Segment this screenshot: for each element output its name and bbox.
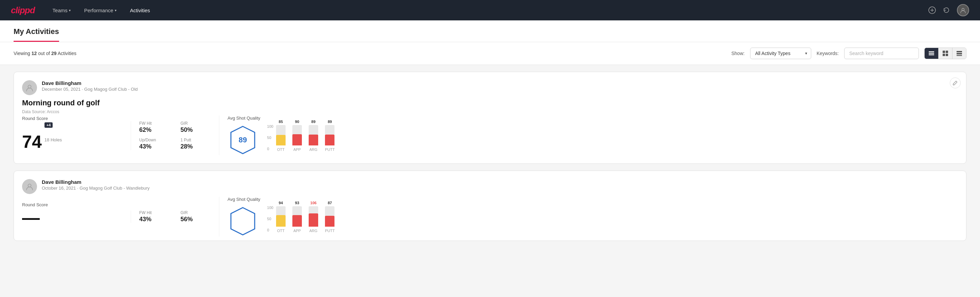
bar-group-ott: 85 OTT [276, 120, 286, 152]
round-score-section: Round Score 74 +4 18 Holes [22, 116, 131, 150]
bar-container-app [293, 125, 302, 145]
stat-fw-hit: FW Hit 62% [139, 121, 170, 134]
stat-group: FW Hit 62% GIR 50% Up/Down 43% 1 Putt 28… [139, 121, 211, 150]
stat-gir: GIR 50% [181, 121, 211, 134]
stat-fw-hit-2: FW Hit 43% [139, 210, 170, 223]
bar-fill-ott-2 [276, 215, 286, 227]
y-label-100: 100 [267, 125, 274, 128]
bar-label-arg-2: ARG [309, 229, 318, 233]
card-header-2: Dave Billingham October 16, 2021 · Gog M… [22, 179, 958, 194]
svg-point-16 [28, 184, 31, 187]
viewing-total: 29 [51, 51, 57, 56]
search-input[interactable] [844, 48, 919, 59]
activities-list: Dave Billingham December 05, 2021 · Gog … [0, 65, 980, 254]
refresh-button[interactable] [943, 6, 950, 14]
stats-section: FW Hit 62% GIR 50% Up/Down 43% 1 Putt 28… [131, 121, 219, 150]
y-label-100-2: 100 [267, 206, 274, 210]
nav-performance[interactable]: Performance ▾ [83, 8, 118, 13]
svg-point-14 [28, 85, 31, 88]
user-avatar-button[interactable] [957, 4, 969, 16]
svg-rect-12 [956, 53, 962, 54]
card-body: Round Score 74 +4 18 Holes FW Hit 62% [22, 115, 958, 155]
keywords-label: Keywords: [817, 51, 839, 56]
chart-area-2: 100 50 0 94 OTT [267, 201, 340, 233]
hex-badge-2 [228, 206, 258, 236]
hex-quality-number: 89 [239, 136, 247, 144]
bar-value-putt: 89 [328, 120, 332, 124]
nav-teams-label: Teams [52, 8, 68, 13]
filter-bar: Viewing 12 out of 29 Activities Show: Al… [0, 42, 980, 65]
navbar: clippd Teams ▾ Performance ▾ Activities [0, 0, 980, 21]
list-compact-view-button[interactable] [925, 48, 939, 59]
user-info: Dave Billingham December 05, 2021 · Gog … [42, 80, 958, 92]
add-activity-button[interactable] [928, 6, 936, 14]
logo: clippd [11, 5, 35, 16]
card-body-2: Round Score — FW Hit 43% GIR 56% [22, 197, 958, 236]
user-avatar [22, 80, 37, 95]
bar-fill-putt [325, 134, 334, 145]
stat-updown: Up/Down 43% [139, 137, 170, 150]
stat-1putt-label: 1 Putt [181, 137, 211, 142]
teams-chevron-icon: ▾ [69, 8, 71, 12]
view-toggle [924, 48, 966, 59]
user-date-2: October 16, 2021 · Gog Magog Golf Club -… [42, 185, 958, 191]
bar-group-putt: 89 PUTT [325, 120, 335, 152]
bar-value-ott: 85 [279, 120, 283, 124]
player-section-2: Round Score — [22, 202, 131, 231]
svg-rect-13 [956, 55, 962, 56]
round-score-label: Round Score [22, 116, 131, 121]
stat-fw-hit-label: FW Hit [139, 121, 170, 126]
show-label: Show: [732, 51, 745, 56]
bar-group-putt-2: 87 PUTT [325, 201, 335, 233]
bar-group-app: 90 APP [293, 120, 302, 152]
grid-view-button[interactable] [939, 48, 953, 59]
user-avatar-2 [22, 179, 37, 194]
viewing-count: 12 [32, 51, 37, 56]
stat-updown-label: Up/Down [139, 137, 170, 142]
stat-gir-2: GIR 56% [181, 210, 211, 223]
edit-button[interactable] [950, 77, 961, 88]
bar-fill-app [293, 134, 302, 145]
nav-icon-group [928, 4, 969, 16]
nav-performance-label: Performance [84, 8, 113, 13]
activity-type-select-wrapper[interactable]: All Activity Types [750, 48, 811, 59]
stat-1putt-value: 28% [181, 143, 211, 150]
data-source: Data Source: Arccos [22, 109, 958, 114]
svg-marker-17 [231, 208, 255, 235]
score-number: 74 [22, 133, 42, 150]
bar-container-arg [309, 125, 318, 145]
quality-label-2: Avg Shot Quality [228, 197, 261, 202]
stat-group-2: FW Hit 43% GIR 56% [139, 210, 211, 223]
svg-rect-5 [929, 53, 934, 54]
bar-value-arg-2: 106 [310, 201, 317, 205]
nav-activities[interactable]: Activities [129, 8, 151, 13]
y-label-0: 0 [267, 147, 274, 151]
bar-container-app-2 [293, 206, 302, 227]
svg-rect-6 [929, 54, 934, 55]
bar-chart: 85 OTT 90 [276, 120, 335, 152]
stat-updown-value: 43% [139, 143, 170, 150]
quality-left: Avg Shot Quality 89 [228, 115, 261, 155]
hex-badge: 89 [228, 125, 258, 155]
bar-value-app-2: 93 [295, 201, 299, 205]
activity-type-select[interactable]: All Activity Types [750, 48, 811, 59]
bar-label-app-2: APP [293, 229, 301, 233]
bar-container-ott [276, 125, 286, 145]
user-info-2: Dave Billingham October 16, 2021 · Gog M… [42, 179, 958, 191]
holes-label: 18 Holes [45, 137, 62, 142]
svg-rect-11 [956, 51, 962, 52]
bar-label-ott: OTT [277, 147, 285, 152]
round-score-display-2: — [22, 209, 131, 226]
score-number-2: — [22, 209, 39, 226]
y-label-50-2: 50 [267, 217, 274, 221]
chart-y-labels: 100 50 0 [267, 125, 274, 152]
bar-fill-ott [276, 135, 286, 145]
viewing-text: Viewing 12 out of 29 Activities [14, 51, 726, 56]
stat-gir-value: 50% [181, 126, 211, 134]
bar-label-ott-2: OTT [277, 229, 285, 233]
bar-label-putt-2: PUTT [325, 229, 335, 233]
nav-teams[interactable]: Teams ▾ [51, 8, 72, 13]
list-wide-view-button[interactable] [953, 48, 966, 59]
quality-left-2: Avg Shot Quality [228, 197, 261, 236]
round-score-label-2: Round Score [22, 202, 131, 207]
